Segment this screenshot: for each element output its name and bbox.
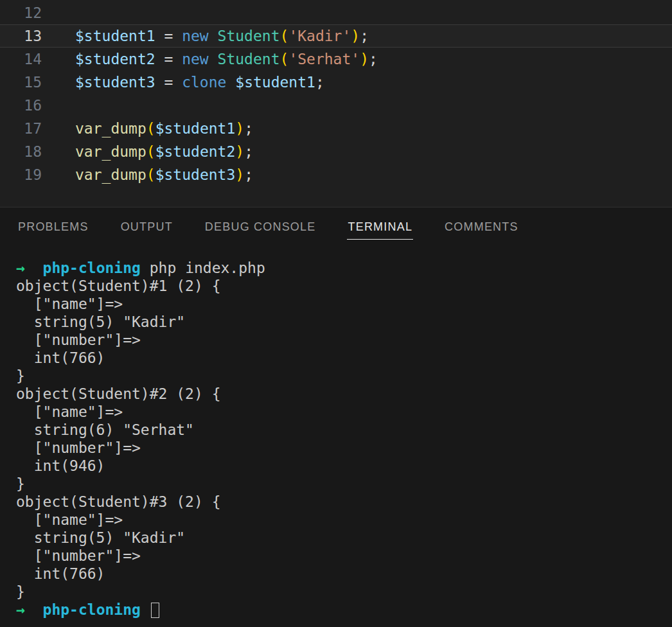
terminal-line: int(766) [16, 349, 672, 367]
terminal-line: } [16, 367, 672, 385]
code-token: Student [218, 51, 280, 67]
code-token: ) [235, 143, 244, 160]
terminal-line: → php-cloning [16, 601, 672, 619]
code-token: = [155, 51, 182, 67]
code-text [42, 1, 672, 24]
code-text [42, 94, 672, 117]
code-token: $student1 [155, 120, 236, 137]
code-token: } [16, 583, 25, 600]
code-token: 'Serhat' [288, 51, 360, 67]
terminal-line: string(5) "Kadir" [16, 313, 672, 331]
line-number: 19 [0, 163, 42, 186]
terminal-line: ["name"]=> [16, 295, 672, 313]
code-token: ( [280, 51, 289, 67]
code-token [25, 260, 43, 276]
code-token: clone [182, 74, 226, 91]
code-token: object(Student)#1 (2) { [16, 278, 221, 294]
line-number: 18 [0, 140, 42, 163]
code-token: } [16, 475, 25, 492]
panel-tab-problems[interactable]: PROBLEMS [17, 213, 89, 240]
code-token: var_dump [75, 143, 146, 160]
code-token [209, 28, 218, 44]
code-token: ; [244, 120, 253, 137]
terminal-line: → php-cloning php index.php [16, 259, 672, 277]
panel-tab-terminal[interactable]: TERMINAL [347, 213, 413, 240]
code-token: ) [235, 166, 244, 183]
code-line-active[interactable]: 13$student1 = new Student('Kadir'); [0, 24, 672, 48]
panel-tab-debug-console[interactable]: DEBUG CONSOLE [204, 213, 317, 240]
terminal-line: ["number"]=> [16, 439, 672, 457]
code-token: → [16, 260, 25, 276]
code-text: $student2 = new Student('Serhat'); [42, 48, 672, 71]
code-token: $student2 [75, 51, 155, 67]
terminal-line: } [16, 583, 672, 601]
code-text: var_dump($student2); [42, 140, 672, 163]
terminal-line: } [16, 475, 672, 493]
panel-tab-comments[interactable]: COMMENTS [444, 213, 519, 240]
code-token: string(6) "Serhat" [16, 421, 194, 438]
code-token: var_dump [75, 120, 146, 137]
code-token: $student3 [155, 166, 236, 183]
code-token: ( [146, 166, 155, 183]
line-number: 12 [0, 1, 42, 24]
code-token: ; [244, 166, 253, 183]
code-text: var_dump($student3); [42, 163, 672, 186]
terminal-line: ["number"]=> [16, 547, 672, 565]
terminal-line: ["name"]=> [16, 403, 672, 421]
code-token: ( [146, 143, 155, 160]
terminal-line: string(5) "Kadir" [16, 529, 672, 547]
code-text: var_dump($student1); [42, 117, 672, 140]
code-token: ["name"]=> [16, 296, 123, 312]
code-token [226, 74, 235, 91]
code-token: ; [360, 28, 369, 44]
line-number: 14 [0, 48, 42, 71]
code-token: = [155, 28, 182, 44]
code-token: string(5) "Kadir" [16, 529, 185, 546]
editor-pane[interactable]: 1213$student1 = new Student('Kadir');14$… [0, 0, 672, 207]
code-token: ["name"]=> [16, 511, 123, 528]
code-token: Student [218, 28, 280, 44]
code-token: ; [369, 51, 378, 67]
terminal-line: string(6) "Serhat" [16, 421, 672, 439]
code-line[interactable]: 16 [0, 94, 672, 117]
line-number: 16 [0, 94, 42, 117]
code-token: int(946) [16, 457, 105, 474]
code-token: → [16, 601, 25, 618]
code-token [141, 601, 150, 618]
line-number: 13 [0, 24, 42, 48]
code-token: } [16, 367, 25, 384]
code-token: int(766) [16, 349, 105, 366]
terminal-line: object(Student)#2 (2) { [16, 385, 672, 403]
code-token: string(5) "Kadir" [16, 314, 185, 330]
code-line[interactable]: 19var_dump($student3); [0, 163, 672, 186]
terminal-output[interactable]: → php-cloning php index.phpobject(Studen… [0, 245, 672, 627]
code-token: ) [360, 51, 369, 67]
terminal-line: ["name"]=> [16, 511, 672, 529]
code-line[interactable]: 15$student3 = clone $student1; [0, 71, 672, 94]
code-line[interactable]: 12 [0, 1, 672, 24]
terminal-line: object(Student)#3 (2) { [16, 493, 672, 511]
code-token: php-cloning [43, 601, 141, 618]
code-token: ( [146, 120, 155, 137]
terminal-line: int(766) [16, 565, 672, 583]
code-token: new [182, 28, 209, 44]
bottom-panel: PROBLEMSOUTPUTDEBUG CONSOLETERMINALCOMME… [0, 207, 672, 627]
code-line[interactable]: 14$student2 = new Student('Serhat'); [0, 48, 672, 71]
code-token: $student1 [75, 28, 155, 44]
code-token: $student3 [75, 74, 155, 91]
code-token: 'Kadir' [288, 28, 351, 44]
code-token: ["number"]=> [16, 439, 141, 456]
code-token: object(Student)#3 (2) { [16, 493, 221, 510]
code-token [209, 51, 218, 67]
terminal-cursor [151, 603, 159, 618]
code-line[interactable]: 18var_dump($student2); [0, 140, 672, 163]
code-line[interactable]: 17var_dump($student1); [0, 117, 672, 140]
code-token: ["number"]=> [16, 547, 141, 564]
code-text: $student3 = clone $student1; [42, 71, 672, 94]
code-token [25, 601, 43, 618]
code-text: $student1 = new Student('Kadir'); [42, 24, 672, 48]
panel-tab-output[interactable]: OUTPUT [120, 213, 173, 240]
code-token: ) [351, 28, 360, 44]
code-token: new [182, 51, 209, 67]
code-token: ( [280, 28, 289, 44]
